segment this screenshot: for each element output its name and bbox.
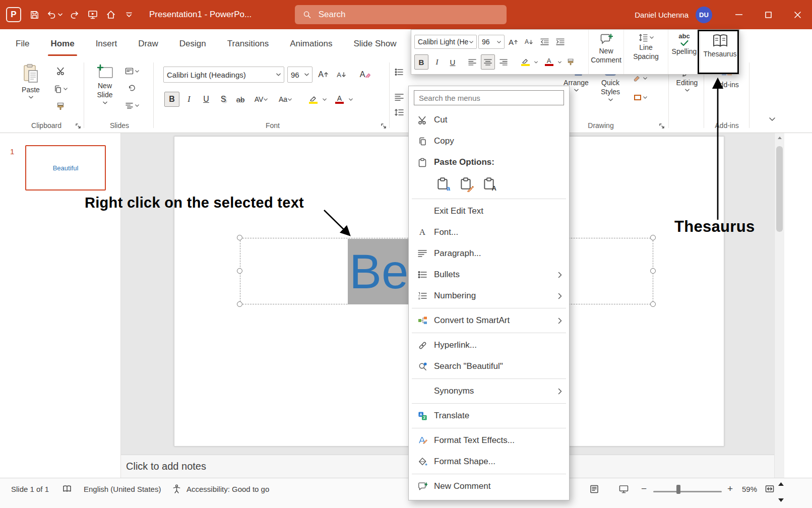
italic-button[interactable]: I <box>181 92 197 107</box>
menu-item-exit-edit-text[interactable]: Exit Edit Text <box>410 201 568 222</box>
zoom-in-button[interactable]: + <box>727 483 733 494</box>
mini-shrink-font-button[interactable]: A <box>522 34 536 49</box>
character-spacing-button[interactable]: AV <box>250 92 272 107</box>
align-right-button[interactable] <box>496 54 511 70</box>
next-slide-button[interactable] <box>775 496 787 504</box>
accessibility-status[interactable]: Accessibility: Good to go <box>186 483 269 494</box>
language-button[interactable]: English (United States) <box>84 483 161 494</box>
mini-font-name-combo[interactable]: Calibri Light (He <box>414 35 477 49</box>
search-input[interactable] <box>318 9 498 20</box>
tab-insert[interactable]: Insert <box>85 29 128 58</box>
copy-button[interactable] <box>53 82 68 95</box>
menu-item-new-comment[interactable]: New Comment <box>410 476 568 497</box>
proofing-status-button[interactable] <box>63 483 72 494</box>
tab-animations[interactable]: Animations <box>279 29 343 58</box>
paste-keep-text-only-button[interactable]: A <box>479 174 498 193</box>
decrease-indent-button[interactable] <box>537 34 551 49</box>
mini-italic-button[interactable]: I <box>430 54 444 70</box>
mini-underline-button[interactable]: U <box>446 54 460 70</box>
menu-item-bullets[interactable]: Bullets <box>410 264 568 285</box>
menu-item-convert-to-smartart[interactable]: Convert to SmartArt <box>410 310 568 331</box>
collapse-ribbon-button[interactable] <box>766 117 778 122</box>
menu-item-translate[interactable]: Translate <box>410 405 568 426</box>
tab-design[interactable]: Design <box>169 29 217 58</box>
shrink-font-button[interactable]: A <box>334 67 349 82</box>
text-shadow-button[interactable]: S <box>216 92 231 107</box>
notes-view-button[interactable] <box>590 483 599 494</box>
maximize-button[interactable] <box>754 0 783 29</box>
tab-transitions[interactable]: Transitions <box>217 29 280 58</box>
menu-search-box[interactable] <box>414 90 564 105</box>
bullets-button[interactable] <box>393 66 405 79</box>
menu-item-copy[interactable]: Copy <box>410 131 568 152</box>
increase-indent-button[interactable] <box>553 34 567 49</box>
vertical-scrollbar[interactable] <box>774 133 784 478</box>
start-slideshow-button[interactable] <box>85 6 101 23</box>
line-spacing-button[interactable] <box>393 106 405 119</box>
layout-button[interactable] <box>125 65 139 78</box>
text-highlight-button[interactable] <box>303 92 328 107</box>
tab-home[interactable]: Home <box>40 29 85 58</box>
underline-button[interactable]: U <box>199 92 214 107</box>
strikethrough-button[interactable]: ab <box>233 92 248 107</box>
scrollbar-thumb[interactable] <box>776 146 783 232</box>
mini-format-painter-button[interactable] <box>564 54 578 70</box>
tab-slide-show[interactable]: Slide Show <box>343 29 407 58</box>
change-case-button[interactable]: Aa <box>274 92 296 107</box>
fit-to-window-button[interactable] <box>765 483 774 494</box>
undo-button[interactable] <box>44 6 65 23</box>
menu-item-synonyms[interactable]: Synonyms <box>410 380 568 402</box>
mini-highlight-button[interactable] <box>516 54 538 70</box>
slideshow-view-button[interactable] <box>619 483 629 494</box>
menu-item-search-selection[interactable]: Search "Beautiful" <box>410 356 568 377</box>
mini-font-color-button[interactable]: A <box>540 54 562 70</box>
mini-bold-button[interactable]: B <box>414 54 428 70</box>
new-comment-button[interactable]: NewComment <box>588 30 623 74</box>
redo-button[interactable] <box>67 6 83 23</box>
save-button[interactable] <box>26 6 42 23</box>
drawing-dialog-launcher[interactable] <box>659 123 665 129</box>
menu-item-format-shape[interactable]: Format Shape... <box>410 451 568 472</box>
menu-item-numbering[interactable]: Numbering <box>410 285 568 306</box>
thesaurus-button[interactable]: Thesaurus <box>700 30 739 74</box>
section-button[interactable] <box>125 99 139 112</box>
avatar[interactable]: DU <box>696 7 712 23</box>
align-left-button[interactable] <box>465 54 479 70</box>
align-text-button[interactable] <box>393 91 405 104</box>
bold-button[interactable]: B <box>164 92 179 107</box>
clear-formatting-button[interactable]: A <box>358 67 373 82</box>
menu-item-cut[interactable]: Cut <box>410 109 568 131</box>
scroll-up-icon[interactable] <box>777 136 782 140</box>
font-dialog-launcher[interactable] <box>381 123 387 129</box>
menu-item-font[interactable]: A Font... <box>410 222 568 243</box>
slide-thumbnail[interactable]: Beautiful <box>25 145 106 190</box>
resize-handle-top-left[interactable] <box>237 235 242 240</box>
paste-merge-formatting-button[interactable] <box>456 174 475 193</box>
accessibility-button[interactable] <box>172 483 181 494</box>
cut-button[interactable] <box>53 65 68 78</box>
close-button[interactable] <box>783 0 812 29</box>
customize-qat-button[interactable] <box>121 6 137 23</box>
zoom-out-button[interactable]: − <box>641 483 647 494</box>
menu-item-hyperlink[interactable]: Hyperlink... <box>410 335 568 356</box>
resize-handle-bottom-left[interactable] <box>237 301 242 307</box>
zoom-slider-track[interactable] <box>653 491 722 492</box>
resize-handle-bottom-right[interactable] <box>650 301 656 307</box>
zoom-level[interactable]: 59% <box>742 483 757 494</box>
shape-outline-button[interactable] <box>633 91 647 104</box>
spelling-button[interactable]: abc Spelling <box>668 30 700 74</box>
zoom-slider-thumb[interactable] <box>676 485 680 494</box>
format-painter-button[interactable] <box>53 100 68 113</box>
home-qat-button[interactable] <box>103 6 119 23</box>
font-size-combo[interactable]: 96 <box>287 67 313 83</box>
mini-font-size-combo[interactable]: 96 <box>478 35 505 49</box>
clipboard-dialog-launcher[interactable] <box>75 123 81 129</box>
line-spacing-button[interactable]: LineSpacing <box>623 30 668 74</box>
previous-slide-button[interactable] <box>775 480 787 488</box>
minimize-button[interactable] <box>724 0 754 29</box>
font-name-combo[interactable]: Calibri Light (Headings) <box>163 67 284 83</box>
slide-indicator[interactable]: Slide 1 of 1 <box>11 483 49 494</box>
resize-handle-top-right[interactable] <box>650 235 656 240</box>
resize-handle-middle-right[interactable] <box>650 268 656 274</box>
resize-handle-middle-left[interactable] <box>237 268 242 274</box>
